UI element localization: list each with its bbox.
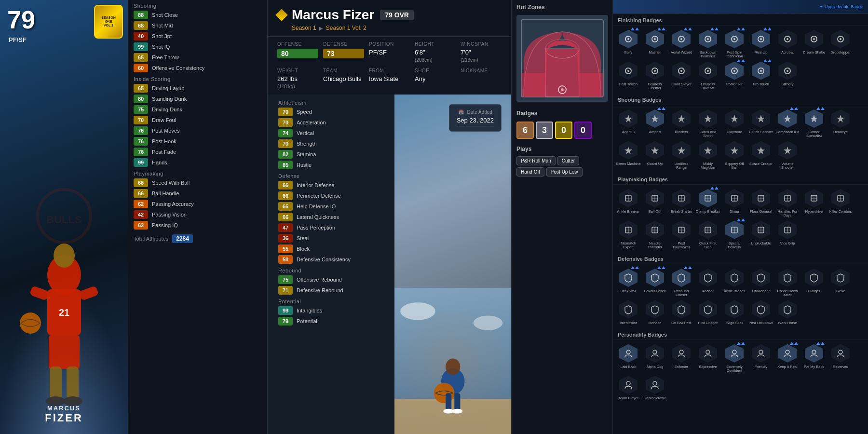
badge-item[interactable]: Dream Shake xyxy=(801,28,827,59)
badge-item[interactable]: Comeback Kid xyxy=(775,108,800,138)
badge-item[interactable]: Handles For Days xyxy=(775,188,800,218)
badge-item[interactable]: Unpluckable xyxy=(748,219,773,250)
stat-value-badge: 82 xyxy=(278,150,293,159)
stat-row: 74Vertical xyxy=(272,128,390,138)
badge-item[interactable]: Pat My Back xyxy=(801,343,827,373)
badge-item[interactable]: Limitless Range xyxy=(669,140,694,170)
badge-item[interactable]: Friendly xyxy=(748,343,773,373)
badge-label: Expressive xyxy=(699,365,717,369)
badge-item[interactable]: Posterizer xyxy=(722,60,747,91)
stat-name-label: Ball Handle xyxy=(152,190,261,196)
badge-item[interactable]: Post Playmaker xyxy=(669,219,694,250)
badge-item[interactable]: Fast Twitch xyxy=(616,60,641,91)
badge-item[interactable]: Extremely Confident xyxy=(722,343,747,373)
badge-item[interactable]: Middy Magician xyxy=(695,140,720,170)
badge-item[interactable]: Post Spin Technician xyxy=(722,28,747,59)
svg-point-62 xyxy=(760,70,762,72)
badge-item[interactable]: Giant Slayer xyxy=(669,60,694,91)
upgrade-btn[interactable]: ✦ Upgradeable Badge xyxy=(819,4,863,9)
badge-item[interactable]: Laid Back xyxy=(616,343,641,373)
badge-label: Boxout Beast xyxy=(644,289,666,293)
badge-item[interactable]: Pogo Stick xyxy=(722,299,747,325)
badge-item[interactable]: Work Horse xyxy=(775,299,800,325)
badge-item[interactable]: Deadeye xyxy=(828,108,853,138)
badge-item[interactable]: Hyperdrive xyxy=(801,188,827,218)
badge-icon-container xyxy=(830,188,851,209)
badge-item[interactable]: Chase Down Artist xyxy=(775,267,800,298)
badge-item[interactable]: Anchor xyxy=(695,267,720,298)
badge-item[interactable]: Mismatch Expert xyxy=(616,219,641,250)
badge-item[interactable]: Unpredictable xyxy=(642,374,667,400)
badge-item[interactable]: Ball Out xyxy=(642,188,667,218)
team-logo: BULLS xyxy=(35,187,93,247)
badge-item[interactable]: Off Ball Pest xyxy=(669,299,694,325)
stat-name-label: Draw Foul xyxy=(152,117,261,123)
badge-item[interactable]: Rebound Chaser xyxy=(669,267,694,298)
badge-item[interactable]: Ankle Breaker xyxy=(616,188,641,218)
badge-item[interactable]: Corner Specialist xyxy=(801,108,827,138)
svg-point-129 xyxy=(626,350,630,354)
badge-item[interactable]: Special Delivery xyxy=(722,219,747,250)
playmaking-header: Playmaking xyxy=(128,168,267,177)
upgrade-arrows xyxy=(790,107,798,110)
badge-item[interactable]: Killer Combos xyxy=(828,188,853,218)
stat-row: 66Perimeter Defense xyxy=(272,190,390,201)
badge-item[interactable]: Expressive xyxy=(695,343,720,373)
badge-item[interactable]: Limitless Takeoff xyxy=(695,60,720,91)
badge-item[interactable]: Pro Touch xyxy=(748,60,773,91)
badge-item[interactable]: Space Creator xyxy=(748,140,773,170)
badge-item[interactable]: Reserved xyxy=(828,343,853,373)
badge-item[interactable]: Rise Up xyxy=(748,28,773,59)
badge-item[interactable]: Pick Dodger xyxy=(695,299,720,325)
badge-item[interactable]: Floor General xyxy=(748,188,773,218)
badge-item[interactable]: Clamps xyxy=(801,267,827,298)
badge-item[interactable]: Clutch Shooter xyxy=(748,108,773,138)
badge-item[interactable]: Boxout Beast xyxy=(642,267,667,298)
badge-item[interactable]: Agent 3 xyxy=(616,108,641,138)
badge-item[interactable]: Blinders xyxy=(669,108,694,138)
badge-item[interactable]: Ankle Braces xyxy=(722,267,747,298)
badge-item[interactable]: Keep It Real xyxy=(775,343,800,373)
badge-item[interactable]: Clamp Breaker xyxy=(695,188,720,218)
badge-item[interactable]: Amped xyxy=(642,108,667,138)
badge-item[interactable]: Needle Threader xyxy=(642,219,667,250)
badge-item[interactable]: Alpha Dog xyxy=(642,343,667,373)
badge-item[interactable]: Enforcer xyxy=(669,343,694,373)
badge-item[interactable]: Brick Wall xyxy=(616,267,641,298)
badge-item[interactable]: Post Lockdown xyxy=(748,299,773,325)
badge-item[interactable]: Green Machine xyxy=(616,140,641,170)
badge-item[interactable]: Glove xyxy=(828,267,853,298)
svg-point-131 xyxy=(679,350,683,354)
badge-item[interactable]: Slippery Off Ball xyxy=(722,140,747,170)
badge-item[interactable]: Masher xyxy=(642,28,667,59)
badge-item[interactable]: Team Player xyxy=(616,374,641,400)
badge-item[interactable]: Dropstepper xyxy=(828,28,853,59)
badge-item[interactable]: Aerial Wizard xyxy=(669,28,694,59)
playmaking-stats: 66Speed With Ball66Ball Handle62Passing … xyxy=(128,177,267,231)
stat-value-badge: 70 xyxy=(134,116,148,124)
badge-item[interactable]: Fearless Finisher xyxy=(642,60,667,91)
badge-item[interactable]: Challenger xyxy=(748,267,773,298)
badge-icon-container xyxy=(724,60,745,81)
svg-point-15 xyxy=(400,302,435,320)
badge-item[interactable]: Slithery xyxy=(775,60,800,91)
stat-row: 66Ball Handle xyxy=(128,188,267,199)
badge-item[interactable]: Vice Grip xyxy=(775,219,800,250)
stat-row: 99Intangibles xyxy=(272,305,390,316)
badge-item[interactable]: Quick First Step xyxy=(695,219,720,250)
stat-name-label: Shot Close xyxy=(152,12,261,18)
badge-item[interactable]: Backdown Punisher xyxy=(695,28,720,59)
badge-item[interactable]: Acrobat xyxy=(775,28,800,59)
badge-item[interactable]: Menace xyxy=(642,299,667,325)
badge-item[interactable]: Claymore xyxy=(722,108,747,138)
badge-icon-container xyxy=(644,188,665,209)
badge-item[interactable]: Interceptor xyxy=(616,299,641,325)
badge-item[interactable]: Volume Shooter xyxy=(775,140,800,170)
weight-cell: Weight 262 lbs(118 kg) xyxy=(277,68,318,90)
badge-icon-container xyxy=(644,28,665,50)
badge-item[interactable]: Catch And Shoot xyxy=(695,108,720,138)
badge-item[interactable]: Break Starter xyxy=(669,188,694,218)
badge-item[interactable]: Dimer xyxy=(722,188,747,218)
badge-item[interactable]: Bully xyxy=(616,28,641,59)
badge-item[interactable]: Guard Up xyxy=(642,140,667,170)
